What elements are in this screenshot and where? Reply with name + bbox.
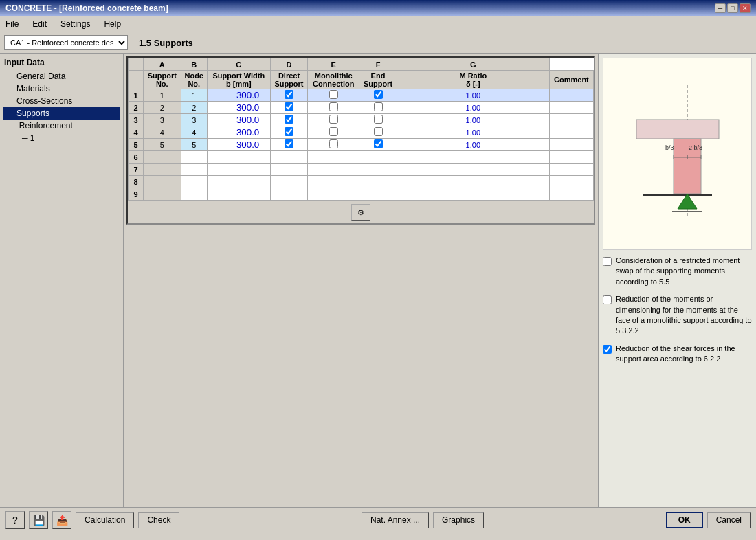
maximize-button[interactable]: □ — [727, 3, 738, 13]
cell-end-support[interactable] — [359, 102, 397, 114]
monolithic-checkbox[interactable] — [329, 115, 338, 124]
sidebar-item-general-data[interactable]: General Data — [3, 70, 120, 82]
cell-end-support[interactable] — [359, 188, 397, 201]
cell-direct-support[interactable] — [270, 102, 308, 114]
table-row[interactable]: 7 — [129, 164, 594, 176]
cell-monolithic[interactable] — [308, 164, 359, 176]
cell-end-support[interactable] — [359, 139, 397, 151]
cell-width[interactable] — [207, 164, 270, 176]
end-support-checkbox[interactable] — [374, 127, 383, 136]
cell-node-no[interactable]: 4 — [181, 126, 207, 139]
monolithic-checkbox[interactable] — [329, 90, 338, 99]
cell-direct-support[interactable] — [270, 151, 308, 164]
end-support-checkbox[interactable] — [374, 115, 383, 124]
direct-support-checkbox[interactable] — [285, 139, 293, 148]
cell-width[interactable] — [207, 126, 270, 139]
cell-end-support[interactable] — [359, 126, 397, 139]
end-support-checkbox[interactable] — [374, 102, 383, 111]
menu-help[interactable]: Help — [101, 18, 124, 30]
cell-node-no[interactable] — [181, 151, 207, 164]
calculation-button[interactable]: Calculation — [76, 512, 134, 528]
cell-width[interactable] — [207, 188, 270, 201]
close-button[interactable]: ✕ — [740, 3, 751, 13]
minimize-button[interactable]: ─ — [715, 3, 726, 13]
cell-comment[interactable] — [549, 89, 593, 102]
cell-node-no[interactable]: 5 — [181, 139, 207, 151]
width-input[interactable] — [218, 102, 259, 113]
cell-monolithic[interactable] — [308, 102, 359, 114]
cell-direct-support[interactable] — [270, 126, 308, 139]
table-row[interactable]: 6 — [129, 151, 594, 164]
cell-direct-support[interactable] — [270, 114, 308, 126]
cell-width[interactable] — [207, 114, 270, 126]
width-input[interactable] — [218, 139, 259, 150]
option-checkbox-1[interactable] — [603, 257, 612, 266]
cell-comment[interactable] — [549, 151, 593, 164]
cell-comment[interactable] — [549, 176, 593, 188]
cell-direct-support[interactable] — [270, 164, 308, 176]
cell-monolithic[interactable] — [308, 114, 359, 126]
cell-end-support[interactable] — [359, 151, 397, 164]
cell-width[interactable] — [207, 89, 270, 102]
table-row[interactable]: 1111.00 — [129, 89, 594, 102]
cell-width[interactable] — [207, 151, 270, 164]
cell-comment[interactable] — [549, 139, 593, 151]
end-support-checkbox[interactable] — [374, 90, 383, 99]
sidebar-item-reinforcement[interactable]: ─ Reinforcement — [3, 120, 120, 132]
cell-monolithic[interactable] — [308, 188, 359, 201]
menu-edit[interactable]: Edit — [30, 18, 49, 30]
monolithic-checkbox[interactable] — [329, 139, 338, 148]
cell-end-support[interactable] — [359, 114, 397, 126]
menu-file[interactable]: File — [3, 18, 21, 30]
width-input[interactable] — [218, 127, 259, 137]
cell-node-no[interactable] — [181, 188, 207, 201]
cell-end-support[interactable] — [359, 176, 397, 188]
sidebar-item-reinforcement-1[interactable]: ─ 1 — [3, 132, 120, 144]
direct-support-checkbox[interactable] — [285, 102, 293, 111]
cell-comment[interactable] — [549, 188, 593, 201]
nat-annex-button[interactable]: Nat. Annex ... — [362, 512, 429, 528]
ok-button[interactable]: OK — [666, 512, 703, 528]
cell-monolithic[interactable] — [308, 176, 359, 188]
cell-width[interactable] — [207, 176, 270, 188]
table-row[interactable]: 8 — [129, 176, 594, 188]
cell-node-no[interactable] — [181, 164, 207, 176]
cancel-button[interactable]: Cancel — [707, 512, 751, 528]
cell-monolithic[interactable] — [308, 151, 359, 164]
table-row[interactable]: 2221.00 — [129, 102, 594, 114]
cell-comment[interactable] — [549, 164, 593, 176]
sidebar-item-cross-sections[interactable]: Cross-Sections — [3, 95, 120, 107]
menu-settings[interactable]: Settings — [58, 18, 93, 30]
table-row[interactable]: 5551.00 — [129, 139, 594, 151]
cell-node-no[interactable]: 2 — [181, 102, 207, 114]
direct-support-checkbox[interactable] — [285, 127, 293, 136]
monolithic-checkbox[interactable] — [329, 127, 338, 136]
check-button[interactable]: Check — [138, 512, 179, 528]
cell-monolithic[interactable] — [308, 126, 359, 139]
export-icon-button[interactable]: 📤 — [52, 511, 71, 529]
cell-direct-support[interactable] — [270, 139, 308, 151]
table-row[interactable]: 3331.00 — [129, 114, 594, 126]
cell-comment[interactable] — [549, 102, 593, 114]
direct-support-checkbox[interactable] — [285, 115, 293, 124]
sidebar-item-supports[interactable]: Supports — [3, 107, 120, 120]
end-support-checkbox[interactable] — [374, 139, 383, 148]
cell-direct-support[interactable] — [270, 188, 308, 201]
sidebar-item-materials[interactable]: Materials — [3, 82, 120, 95]
option-checkbox-2[interactable] — [603, 295, 612, 304]
option-checkbox-3[interactable] — [603, 345, 612, 354]
table-row[interactable]: 4441.00 — [129, 126, 594, 139]
cell-node-no[interactable] — [181, 176, 207, 188]
cell-monolithic[interactable] — [308, 89, 359, 102]
width-input[interactable] — [218, 90, 259, 100]
help-icon-button[interactable]: ? — [5, 511, 25, 529]
save-icon-button[interactable]: 💾 — [29, 511, 48, 529]
graphics-button[interactable]: Graphics — [433, 512, 484, 528]
cell-direct-support[interactable] — [270, 176, 308, 188]
case-dropdown[interactable]: CA1 - Reinforced concrete desi — [4, 35, 128, 50]
direct-support-checkbox[interactable] — [285, 90, 293, 99]
cell-width[interactable] — [207, 139, 270, 151]
cell-monolithic[interactable] — [308, 139, 359, 151]
cell-end-support[interactable] — [359, 164, 397, 176]
cell-node-no[interactable]: 3 — [181, 114, 207, 126]
